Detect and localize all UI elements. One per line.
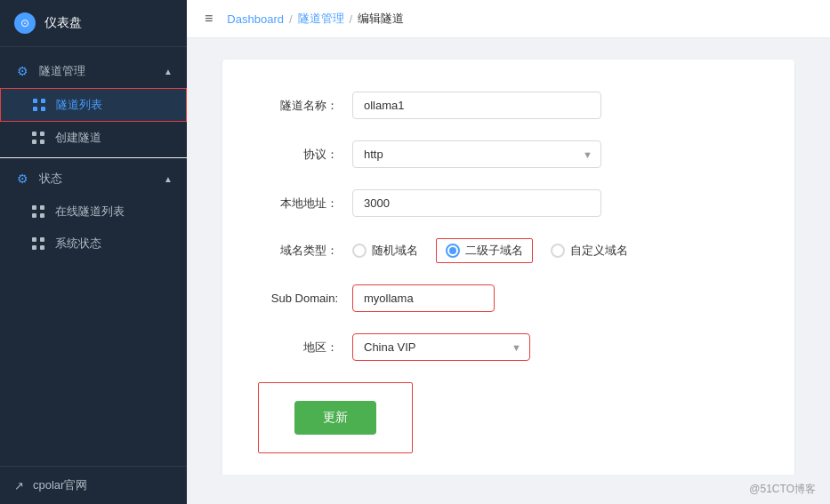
subdomain-input[interactable] (352, 284, 495, 312)
grid-icon-3 (32, 204, 46, 219)
region-select[interactable]: China VIP China US EU (352, 333, 530, 361)
system-status-label: 系统状态 (55, 236, 101, 252)
protocol-select-wrapper: http https tcp udp ▼ (352, 140, 601, 168)
tunnel-mgmt-label: 隧道管理 (39, 63, 85, 79)
status-gear-icon: ⚙ (14, 171, 30, 187)
grid-icon-2 (32, 131, 46, 145)
radio-random-domain[interactable]: 随机域名 (352, 243, 418, 259)
main-content: ≡ Dashboard / 隧道管理 / 编辑隧道 隧道名称： 协议： http (187, 0, 830, 504)
cpolar-label: cpolar官网 (33, 477, 87, 493)
topbar: ≡ Dashboard / 隧道管理 / 编辑隧道 (187, 0, 830, 38)
tunnel-list-label: 隧道列表 (56, 97, 102, 113)
sidebar-header: ⊙ 仪表盘 (0, 0, 187, 47)
form-row-domain-type: 域名类型： 随机域名 二级子域名 自定义域名 (222, 228, 794, 274)
dashboard-icon: ⊙ (14, 12, 36, 34)
attribution: @51CTO博客 (187, 475, 830, 504)
sidebar-nav: ⚙ 隧道管理 ▲ 隧道列表 创建隧道 (0, 47, 187, 466)
breadcrumb: Dashboard / 隧道管理 / 编辑隧道 (227, 11, 404, 27)
sidebar-item-online-tunnels[interactable]: 在线隧道列表 (0, 196, 187, 228)
custom-domain-label: 自定义域名 (570, 243, 628, 259)
form-row-subdomain: Sub Domain: (222, 274, 794, 323)
local-addr-label: 本地地址： (258, 196, 338, 212)
grid-icon-4 (32, 236, 46, 251)
create-tunnel-label: 创建隧道 (55, 130, 101, 146)
breadcrumb-sep-1: / (289, 12, 293, 26)
region-select-wrapper: China VIP China US EU ▼ (352, 333, 530, 361)
domain-type-label: 域名类型： (258, 243, 338, 259)
sidebar-item-status[interactable]: ⚙ 状态 ▲ (0, 162, 187, 196)
breadcrumb-dashboard[interactable]: Dashboard (227, 12, 284, 26)
tunnel-name-label: 隧道名称： (258, 98, 338, 114)
nav-section-tunnel-mgmt: ⚙ 隧道管理 ▲ 隧道列表 创建隧道 (0, 54, 187, 154)
form-row-tunnel-name: 隧道名称： (222, 81, 794, 130)
protocol-label: 协议： (258, 147, 338, 163)
form-row-protocol: 协议： http https tcp udp ▼ (222, 130, 794, 179)
radio-subdomain[interactable]: 二级子域名 (436, 238, 533, 263)
status-label: 状态 (39, 171, 62, 187)
sidebar-title: 仪表盘 (44, 15, 82, 31)
radio-circle-subdomain (446, 244, 460, 258)
sidebar-item-create-tunnel[interactable]: 创建隧道 (0, 122, 187, 154)
domain-type-radio-group: 随机域名 二级子域名 自定义域名 (352, 238, 628, 263)
sidebar-item-system-status[interactable]: 系统状态 (0, 228, 187, 260)
attribution-text: @51CTO博客 (749, 483, 816, 495)
breadcrumb-edit-tunnel: 编辑隧道 (358, 11, 404, 27)
form-card: 隧道名称： 协议： http https tcp udp ▼ 本地 (222, 60, 794, 475)
subdomain-label: Sub Domain: (258, 292, 338, 305)
chevron-up-icon: ▲ (164, 67, 173, 76)
radio-inner-dot (449, 247, 456, 254)
breadcrumb-sep-2: / (350, 12, 353, 26)
form-row-local-addr: 本地地址： (222, 179, 794, 228)
sidebar: ⊙ 仪表盘 ⚙ 隧道管理 ▲ 隧道列表 创 (0, 0, 187, 504)
menu-icon[interactable]: ≡ (205, 11, 213, 27)
nav-section-status: ⚙ 状态 ▲ 在线隧道列表 系统状态 (0, 162, 187, 260)
chevron-up-icon-2: ▲ (164, 174, 173, 184)
online-tunnels-label: 在线隧道列表 (55, 204, 125, 220)
form-area: 隧道名称： 协议： http https tcp udp ▼ 本地 (187, 38, 830, 475)
update-button-wrapper: 更新 (258, 382, 413, 453)
subdomain-radio-label: 二级子域名 (465, 243, 523, 259)
radio-circle-custom (551, 244, 565, 258)
sidebar-item-cpolar[interactable]: ↗ cpolar官网 (0, 466, 187, 504)
radio-custom-domain[interactable]: 自定义域名 (551, 243, 628, 259)
random-domain-label: 随机域名 (372, 243, 418, 259)
update-button[interactable]: 更新 (294, 401, 376, 435)
protocol-select[interactable]: http https tcp udp (352, 140, 601, 168)
region-label: 地区： (258, 340, 338, 356)
sidebar-item-tunnel-list[interactable]: 隧道列表 (0, 88, 187, 122)
gear-icon: ⚙ (14, 63, 30, 79)
external-link-icon: ↗ (14, 479, 24, 492)
sidebar-item-tunnel-mgmt[interactable]: ⚙ 隧道管理 ▲ (0, 54, 187, 88)
tunnel-name-input[interactable] (352, 92, 601, 119)
breadcrumb-tunnel-mgmt[interactable]: 隧道管理 (298, 11, 344, 27)
form-row-region: 地区： China VIP China US EU ▼ (222, 323, 794, 372)
local-addr-input[interactable] (352, 189, 601, 217)
radio-circle-random (352, 244, 367, 258)
grid-icon (33, 98, 47, 112)
